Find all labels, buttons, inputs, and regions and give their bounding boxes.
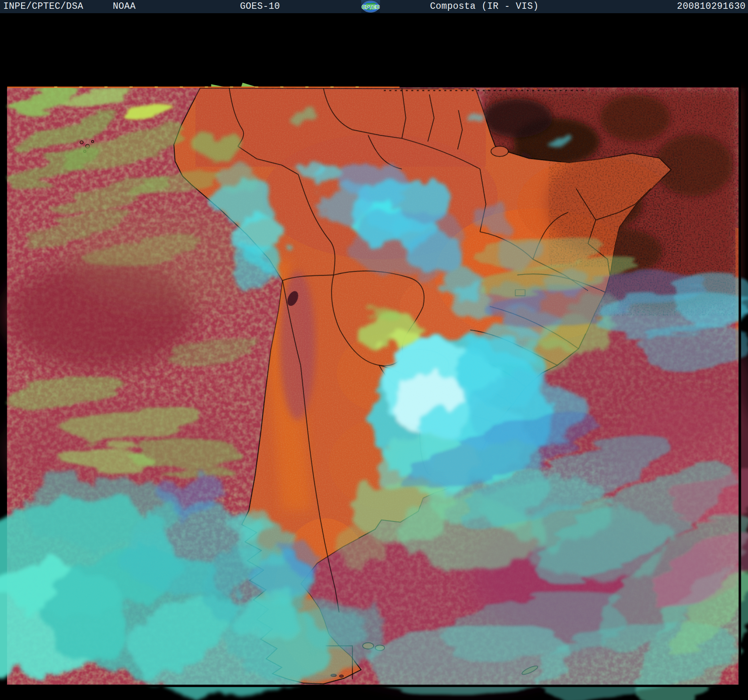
product-label: Composta (IR - VIS) xyxy=(430,0,539,13)
logo-text: CPTEC xyxy=(362,4,380,10)
frame-bottom xyxy=(7,685,741,687)
agency-label: NOAA xyxy=(113,0,136,13)
scan-edge xyxy=(7,13,741,90)
satellite-label: GOES-10 xyxy=(240,0,280,13)
satellite-viewer: INPE/CPTEC/DSA NOAA GOES-10 CPTEC Compos… xyxy=(0,0,748,700)
header-bar: INPE/CPTEC/DSA NOAA GOES-10 CPTEC Compos… xyxy=(0,0,748,13)
institution-label: INPE/CPTEC/DSA xyxy=(3,0,83,13)
frame-right xyxy=(738,13,741,687)
grain-overlay xyxy=(7,88,739,684)
cptec-logo-icon: CPTEC xyxy=(361,0,380,13)
satellite-image xyxy=(0,13,748,700)
timestamp-label: 200810291630 xyxy=(677,0,746,13)
